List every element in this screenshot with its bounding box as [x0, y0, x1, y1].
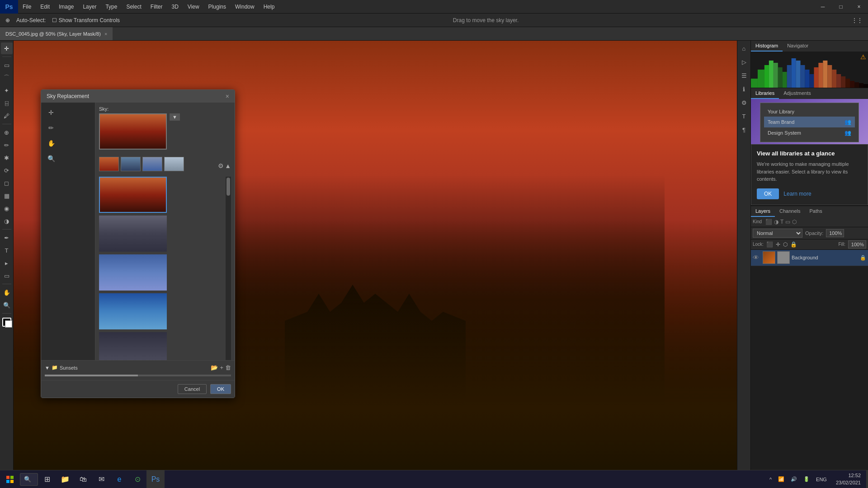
navigator-tab[interactable]: Navigator [783, 41, 813, 52]
healing-brush-tool[interactable]: ⊕ [1, 127, 13, 138]
hand-tool[interactable]: ✋ [1, 286, 13, 298]
search-box[interactable]: 🔍 [20, 473, 38, 486]
document-tab[interactable]: DSC_0045.jpg @ 50% (Sky, Layer Mask/8) × [0, 27, 113, 40]
mail-button[interactable]: ✉ [92, 470, 110, 488]
lock-position-btn[interactable]: ✛ [776, 241, 780, 248]
canvas-area[interactable]: Sky Replacement × ✛ ✏ ✋ 🔍 Sky: [14, 41, 737, 488]
sky-scroll-thumb[interactable] [226, 178, 230, 196]
sky-list-item-4[interactable] [99, 293, 167, 329]
tray-lang[interactable]: ENG [814, 476, 829, 483]
sky-thumb-1[interactable] [99, 157, 119, 171]
folder-delete-btn[interactable]: 🗑 [225, 364, 231, 371]
minimize-button[interactable]: ─ [814, 0, 832, 14]
lock-all-btn[interactable]: 🔒 [790, 241, 797, 248]
zoom-tool[interactable]: 🔍 [1, 299, 13, 311]
transform-controls-option[interactable]: ☐ Show Transform Controls [50, 16, 122, 24]
file-explorer-button[interactable]: 📁 [56, 470, 74, 488]
sky-grid-settings[interactable]: ⚙ [218, 162, 224, 169]
lock-artboard-btn[interactable]: ⬡ [783, 241, 788, 248]
menu-3d[interactable]: 3D [167, 0, 183, 13]
tray-overflow[interactable]: ^ [768, 476, 774, 483]
shape-tool[interactable]: ▭ [1, 270, 13, 282]
sky-list-item-1[interactable] [99, 177, 167, 213]
foreground-color[interactable] [2, 318, 11, 327]
adjustments-tab[interactable]: Adjustments [779, 88, 816, 99]
libraries-tab[interactable]: Libraries [751, 88, 779, 99]
menu-layer[interactable]: Layer [78, 0, 101, 13]
system-clock[interactable]: 12:52 23/02/2021 [832, 472, 864, 486]
path-selection-tool[interactable]: ▸ [1, 257, 13, 269]
sky-scroll-up[interactable]: ▲ [225, 162, 231, 169]
document-close-button[interactable]: × [104, 31, 107, 37]
tray-battery[interactable]: 🔋 [802, 475, 811, 483]
type-tool[interactable]: T [1, 244, 13, 256]
blend-mode-dropdown[interactable]: Normal [753, 229, 802, 238]
layer-visibility-toggle[interactable]: 👁 [753, 254, 761, 261]
sky-preview-main[interactable] [99, 113, 167, 150]
right-icon-para[interactable]: ¶ [738, 124, 750, 136]
edge-button[interactable]: e [110, 470, 128, 488]
right-icon-adjust[interactable]: ⚙ [738, 97, 750, 108]
kind-filter-adjust[interactable]: ◑ [774, 219, 778, 225]
sky-list-item-3[interactable] [99, 254, 167, 291]
quick-select-tool[interactable]: ✦ [1, 84, 13, 96]
taskbar-search-button[interactable]: 🔍 [20, 470, 38, 488]
layers-tab[interactable]: Layers [751, 206, 775, 217]
menu-filter[interactable]: Filter [146, 0, 167, 13]
histogram-warning-icon[interactable]: ⚠ [860, 53, 866, 61]
show-desktop-button[interactable] [866, 470, 868, 488]
marquee-tool[interactable]: ▭ [1, 59, 13, 71]
pen-tool[interactable]: ✒ [1, 232, 13, 244]
move-tool[interactable]: ✛ [1, 42, 13, 54]
sky-thumb-4[interactable] [164, 157, 184, 171]
right-icon-home[interactable]: ⌂ [738, 42, 750, 54]
sky-thumb-3[interactable] [142, 157, 162, 171]
ok-button[interactable]: OK [210, 384, 231, 394]
tray-network[interactable]: 📶 [776, 475, 786, 483]
brush-tool[interactable]: ✏ [1, 139, 13, 151]
store-button[interactable]: 🛍 [74, 470, 92, 488]
sky-thumb-2[interactable] [121, 157, 141, 171]
library-option-your[interactable]: Your Library [764, 107, 855, 117]
blur-tool[interactable]: ◉ [1, 202, 13, 214]
history-brush-tool[interactable]: ⟳ [1, 164, 13, 176]
menu-window[interactable]: Window [231, 0, 259, 13]
menu-view[interactable]: View [183, 0, 204, 13]
close-button[interactable]: × [850, 0, 868, 14]
library-option-team[interactable]: Team Brand 👥 [764, 117, 855, 127]
menu-select[interactable]: Select [122, 0, 146, 13]
photoshop-button[interactable]: Ps [146, 470, 165, 488]
sky-zoom-tool[interactable]: 🔍 [45, 152, 57, 165]
eyedropper-tool[interactable]: 🖉 [1, 110, 13, 122]
sky-list-item-2[interactable] [99, 216, 167, 252]
sky-brush-tool[interactable]: ✏ [45, 122, 57, 134]
dialog-close-button[interactable]: × [226, 93, 229, 100]
sky-move-tool[interactable]: ✛ [45, 106, 57, 119]
move-tool-options[interactable]: ⊕ [4, 16, 12, 24]
chrome-button[interactable]: ⊙ [128, 470, 146, 488]
lock-pixels-btn[interactable]: ⬛ [766, 241, 773, 248]
menu-plugins[interactable]: Plugins [204, 0, 231, 13]
kind-filter-icon[interactable]: ⬛ [765, 219, 772, 225]
channels-tab[interactable]: Channels [775, 206, 805, 217]
dodge-tool[interactable]: ◑ [1, 215, 13, 227]
menu-file[interactable]: File [18, 0, 36, 13]
cancel-button[interactable]: Cancel [178, 384, 207, 394]
fill-input[interactable] [848, 240, 866, 249]
maximize-button[interactable]: □ [832, 0, 850, 14]
crop-tool[interactable]: ⌸ [1, 97, 13, 109]
paths-tab[interactable]: Paths [805, 206, 827, 217]
right-icon-type[interactable]: T [738, 110, 750, 122]
sky-list-item-5[interactable] [99, 332, 167, 360]
auto-select-option[interactable]: Auto-Select: [14, 16, 47, 24]
tray-volume[interactable]: 🔊 [789, 475, 799, 483]
library-option-design[interactable]: Design System 👥 [764, 127, 855, 138]
tooltip-ok-button[interactable]: OK [757, 188, 779, 199]
right-icon-sliders[interactable]: ☰ [738, 70, 750, 81]
right-icon-play[interactable]: ▷ [738, 56, 750, 68]
folder-add-btn[interactable]: + [220, 364, 223, 371]
sky-hand-tool[interactable]: ✋ [45, 137, 57, 150]
menu-help[interactable]: Help [259, 0, 279, 13]
lasso-tool[interactable]: ⌒ [1, 72, 13, 84]
dialog-title-bar[interactable]: Sky Replacement × [41, 90, 235, 103]
